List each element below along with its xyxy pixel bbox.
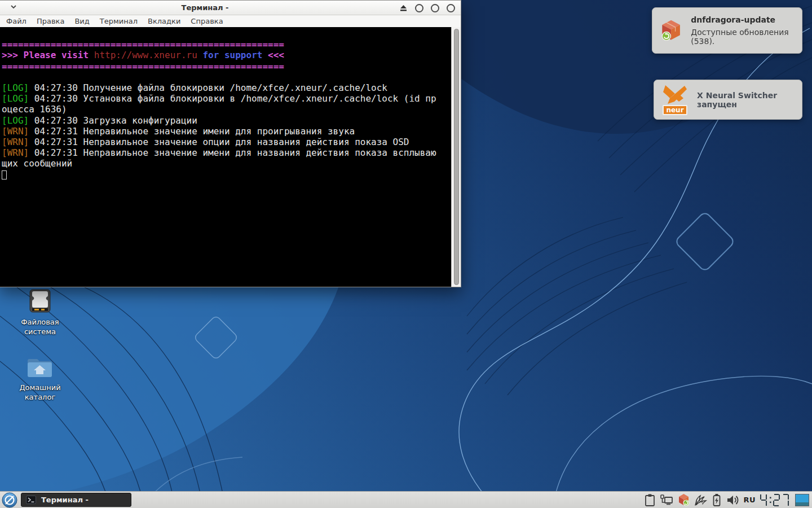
shade-button[interactable] [399, 4, 408, 12]
volume-icon[interactable] [726, 494, 739, 506]
keyboard-layout-indicator[interactable]: RU [743, 496, 756, 504]
taskbar-window-label: Терминал - [41, 496, 89, 504]
applications-menu-button[interactable] [2, 492, 17, 508]
system-tray: RU [644, 493, 812, 507]
terminal-menubar: Файл Правка Вид Терминал Вкладки Справка [0, 15, 461, 27]
pager-workspace-strip [796, 502, 809, 506]
workspace-pager[interactable] [795, 494, 809, 506]
taskbar-window-button[interactable]: Терминал - [21, 493, 131, 507]
desktop-icon-label: Файловая система [16, 317, 64, 336]
clipboard-icon[interactable] [644, 493, 656, 507]
desktop-icon-file-system[interactable]: Файловая система [16, 288, 64, 336]
home-folder-icon [27, 356, 54, 379]
close-button[interactable] [447, 4, 455, 12]
terminal-scrollbar[interactable] [451, 27, 461, 287]
xneur-x-glyph [662, 85, 688, 105]
taskbar: Терминал - [0, 491, 812, 508]
notification-xneur[interactable]: neur X Neural Switcher запущен [654, 80, 802, 120]
terminal-cursor [2, 170, 7, 179]
xneur-icon: neur [662, 85, 688, 115]
battery-icon[interactable] [712, 493, 722, 507]
desktop-icon-label: Домашний каталог [16, 383, 64, 402]
eject-icon [399, 4, 408, 12]
close-icon [447, 4, 455, 12]
scrollbar-thumb[interactable] [454, 29, 459, 285]
xneur-tray-icon[interactable] [694, 494, 708, 506]
maximize-icon [431, 4, 439, 12]
display-icon[interactable] [660, 494, 673, 506]
menu-help[interactable]: Справка [186, 17, 228, 25]
hard-drive-icon [27, 288, 53, 314]
dnfdragora-icon [660, 17, 682, 44]
menu-file[interactable]: Файл [1, 17, 32, 25]
pager-workspace [796, 494, 809, 502]
xfce-menu-icon [2, 492, 17, 508]
maximize-button[interactable] [431, 4, 439, 12]
menu-tabs[interactable]: Вкладки [143, 17, 186, 25]
menu-view[interactable]: Вид [69, 17, 94, 25]
notification-text: dnfdragora-update Доступные обновления (… [691, 15, 794, 46]
menu-terminal[interactable]: Терминал [95, 17, 143, 25]
notification-body: Доступные обновления (538). [691, 28, 794, 46]
notification-body: X Neural Switcher запущен [697, 91, 794, 109]
notification-title: dnfdragora-update [691, 15, 794, 24]
clock[interactable] [760, 494, 790, 506]
terminal-viewport[interactable]: ========================================… [0, 27, 461, 287]
dnfdragora-tray-icon[interactable] [677, 493, 690, 506]
window-title: Терминал - [0, 3, 410, 12]
menu-edit[interactable]: Правка [32, 17, 69, 25]
desktop-icon-home[interactable]: Домашний каталог [16, 356, 64, 402]
terminal-output: ========================================… [0, 27, 451, 287]
minimize-icon [415, 4, 423, 12]
minimize-button[interactable] [415, 4, 423, 12]
terminal-icon [26, 496, 36, 504]
terminal-titlebar[interactable]: Терминал - [0, 1, 461, 15]
notification-dnfdragora[interactable]: dnfdragora-update Доступные обновления (… [652, 7, 802, 54]
xneur-logo-text: neur [663, 105, 687, 115]
terminal-window: Терминал - Файл Правка Вид Терминал Вкла… [0, 0, 461, 287]
